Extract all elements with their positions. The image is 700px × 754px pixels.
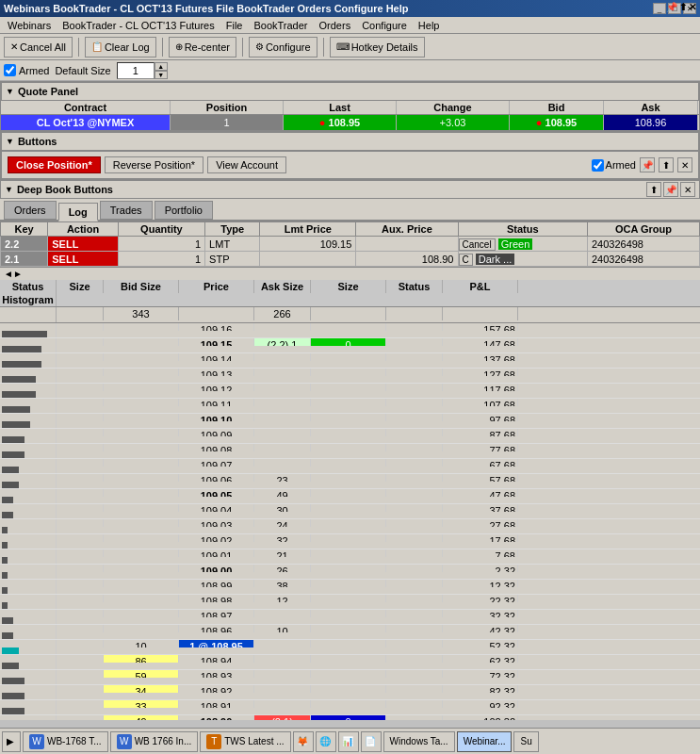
- deepbook-expand-icon[interactable]: ▼: [5, 185, 13, 194]
- book-cell-price-1[interactable]: 109.15: [179, 338, 254, 346]
- book-row-15[interactable]: 109.01217.68: [0, 549, 700, 565]
- book-cell-price-12[interactable]: 109.04: [179, 504, 254, 512]
- book-cell-price-4[interactable]: 109.12: [179, 384, 254, 391]
- scroll-right-icon[interactable]: ►: [13, 269, 23, 279]
- buttons-expand-icon[interactable]: ▼: [6, 137, 14, 146]
- configure-button[interactable]: ⚙ Configure: [249, 37, 317, 57]
- quote-panel-expand-icon[interactable]: ▼: [6, 87, 14, 96]
- spin-down-button[interactable]: ▼: [155, 71, 168, 79]
- panel-float-button[interactable]: ⬆: [659, 157, 674, 172]
- book-cell-price-5[interactable]: 109.11: [179, 399, 254, 406]
- cancel-button-2[interactable]: C: [459, 254, 473, 266]
- book-cell-price-24[interactable]: 108.92: [179, 685, 254, 693]
- armed-checkbox[interactable]: [4, 64, 16, 76]
- book-row-13[interactable]: 109.032427.68: [0, 519, 700, 534]
- book-row-14[interactable]: 109.023217.68: [0, 534, 700, 549]
- menu-webinars[interactable]: Webinars: [2, 19, 57, 32]
- menu-orders[interactable]: Orders: [314, 19, 357, 32]
- menu-help[interactable]: Help: [413, 19, 446, 32]
- menu-configure[interactable]: Configure: [356, 19, 413, 32]
- menu-file[interactable]: File: [220, 19, 249, 32]
- close-panel-icon[interactable]: ✕: [689, 2, 696, 12]
- scroll-left-icon[interactable]: ◄: [4, 269, 13, 279]
- book-row-24[interactable]: 34108.92-82.32: [0, 685, 700, 700]
- book-row-7[interactable]: 109.0987.68: [0, 429, 700, 444]
- book-cell-status2-16: [386, 565, 443, 572]
- book-row-3[interactable]: 109.13127.68: [0, 369, 700, 384]
- armed-checkbox-2[interactable]: [592, 159, 604, 172]
- book-cell-price-19[interactable]: 108.97: [179, 610, 254, 617]
- recenter-button[interactable]: ⊕ Re-center: [169, 37, 236, 57]
- tab-trades[interactable]: Trades: [100, 201, 153, 220]
- book-cell-price-0[interactable]: 109.16: [179, 323, 254, 331]
- book-cell-price-21[interactable]: 1 @ 108.95: [179, 640, 254, 647]
- book-cell-price-10[interactable]: 109.06: [179, 474, 254, 482]
- deepbook-pin-button[interactable]: ⬆: [646, 182, 661, 197]
- book-row-6[interactable]: 109.1097.68: [0, 414, 700, 429]
- book-cell-price-25[interactable]: 108.91: [179, 700, 254, 708]
- book-row-11[interactable]: 109.054947.68: [0, 489, 700, 504]
- book-cell-price-7[interactable]: 109.09: [179, 429, 254, 436]
- book-cell-price-17[interactable]: 108.99: [179, 580, 254, 587]
- armed-checkbox-label[interactable]: Armed: [4, 64, 49, 76]
- book-row-2[interactable]: 109.14137.68: [0, 353, 700, 369]
- panel-pin-button[interactable]: 📌: [640, 157, 655, 172]
- book-cell-price-23[interactable]: 108.93: [179, 670, 254, 678]
- book-cell-price-3[interactable]: 109.13: [179, 369, 254, 376]
- book-row-18[interactable]: 108.9812-22.32: [0, 595, 700, 610]
- float-icon[interactable]: ⬆: [679, 2, 687, 12]
- book-row-25[interactable]: 33108.91-92.32: [0, 700, 700, 715]
- book-cell-price-16[interactable]: 109.00: [179, 565, 254, 572]
- book-cell-price-15[interactable]: 109.01: [179, 549, 254, 557]
- panel-close-button[interactable]: ✕: [677, 157, 692, 172]
- order-status-2[interactable]: C Dark ...: [458, 252, 587, 267]
- book-cell-price-22[interactable]: 108.94: [179, 655, 254, 663]
- cancel-button-1[interactable]: Cancel: [459, 238, 496, 251]
- deepbook-close-button[interactable]: ✕: [680, 182, 695, 197]
- tab-log[interactable]: Log: [58, 203, 98, 221]
- book-row-4[interactable]: 109.12117.68: [0, 384, 700, 399]
- deepbook-float-button[interactable]: 📌: [663, 182, 678, 197]
- hotkey-details-button[interactable]: ⌨ Hotkey Details: [330, 37, 425, 57]
- menu-booktrader[interactable]: BookTrader: [248, 19, 313, 32]
- book-row-26[interactable]: 49108.90(2.1)0-102.32: [0, 715, 700, 720]
- book-row-0[interactable]: 109.16157.68: [0, 323, 700, 338]
- book-row-12[interactable]: 109.043037.68: [0, 504, 700, 519]
- book-row-16[interactable]: 109.0026-2.32: [0, 565, 700, 580]
- cancel-all-button[interactable]: ✕ Cancel All: [4, 37, 73, 57]
- book-row-17[interactable]: 108.9938-12.32: [0, 580, 700, 595]
- clear-log-button[interactable]: 📋 Clear Log: [85, 37, 156, 57]
- book-cell-price-6[interactable]: 109.10: [179, 414, 254, 421]
- book-row-20[interactable]: 108.9610-42.32: [0, 625, 700, 640]
- close-position-button[interactable]: Close Position*: [8, 156, 101, 173]
- book-row-23[interactable]: 59108.93-72.32: [0, 670, 700, 685]
- book-row-19[interactable]: 108.97-32.32: [0, 610, 700, 625]
- spin-up-button[interactable]: ▲: [155, 62, 168, 71]
- book-row-1[interactable]: 109.15(2.2) 10147.68: [0, 338, 700, 353]
- book-row-5[interactable]: 109.11107.68: [0, 399, 700, 414]
- size-input[interactable]: 1: [117, 62, 155, 79]
- reverse-position-button[interactable]: Reverse Position*: [105, 156, 203, 173]
- pin-icon[interactable]: 📌: [666, 2, 677, 12]
- book-cell-price-9[interactable]: 109.07: [179, 459, 254, 467]
- book-cell-price-2[interactable]: 109.14: [179, 353, 254, 361]
- book-cell-price-13[interactable]: 109.03: [179, 519, 254, 527]
- book-cell-price-20[interactable]: 108.96: [179, 625, 254, 632]
- order-status-1[interactable]: Cancel Green: [458, 237, 587, 252]
- book-row-22[interactable]: 86108.94-62.32: [0, 655, 700, 670]
- book-row-21[interactable]: 101 @ 108.95-52.32: [0, 640, 700, 655]
- tab-portfolio[interactable]: Portfolio: [155, 201, 213, 220]
- view-account-button[interactable]: View Account: [207, 156, 286, 173]
- tab-orders[interactable]: Orders: [4, 201, 57, 220]
- book-cell-price-8[interactable]: 109.08: [179, 444, 254, 451]
- book-cell-price-26[interactable]: 108.90: [179, 715, 254, 720]
- book-row-8[interactable]: 109.0877.68: [0, 444, 700, 459]
- book-cell-price-18[interactable]: 108.98: [179, 595, 254, 602]
- size-spinner[interactable]: ▲ ▼: [155, 62, 168, 79]
- book-cell-price-11[interactable]: 109.05: [179, 489, 254, 497]
- minimize-button[interactable]: _: [653, 3, 666, 14]
- menu-booktrader-title[interactable]: BookTrader - CL OCT'13 Futures: [57, 19, 220, 32]
- book-row-10[interactable]: 109.062357.68: [0, 474, 700, 489]
- book-row-9[interactable]: 109.0767.68: [0, 459, 700, 474]
- book-cell-price-14[interactable]: 109.02: [179, 534, 254, 542]
